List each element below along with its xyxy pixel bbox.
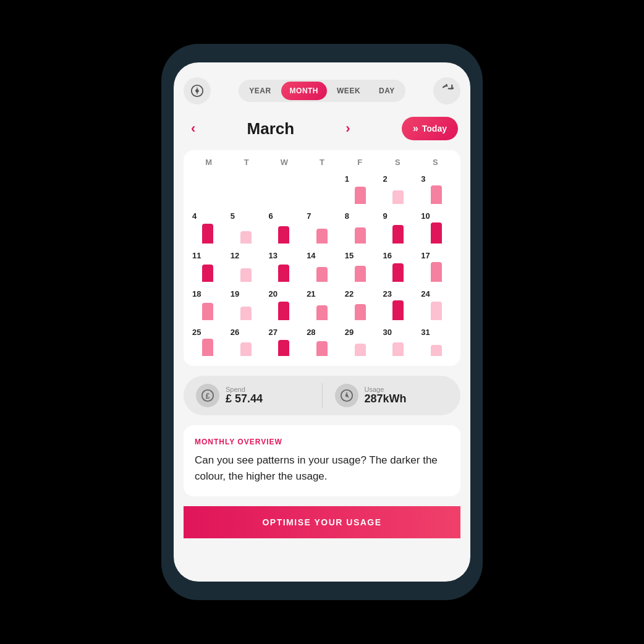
top-nav: YEAR MONTH WEEK DAY	[184, 77, 460, 104]
usage-bar-wrap	[420, 222, 453, 244]
usage-bar-wrap	[305, 222, 339, 244]
day-number: 16	[382, 251, 392, 260]
day-cell-1[interactable]: 1	[342, 172, 378, 206]
day-cell-28[interactable]: 28	[304, 325, 340, 358]
day-cell-26[interactable]: 26	[228, 325, 264, 358]
day-cell-7[interactable]: 7	[304, 209, 340, 246]
day-cell-22[interactable]: 22	[342, 287, 378, 323]
usage-bar	[355, 227, 366, 244]
usage-bar-wrap	[305, 300, 339, 320]
usage-icon	[335, 384, 358, 407]
day-cell-21[interactable]: 21	[304, 287, 340, 323]
tab-group: YEAR MONTH WEEK DAY	[239, 80, 405, 102]
day-cell-10[interactable]: 10	[418, 209, 454, 246]
day-cell-17[interactable]: 17	[418, 248, 454, 284]
day-cell-2[interactable]: 2	[381, 172, 417, 206]
tab-year[interactable]: YEAR	[240, 82, 279, 100]
tab-week[interactable]: WEEK	[328, 82, 369, 100]
day-cell-18[interactable]: 18	[190, 287, 226, 323]
usage-bar	[202, 339, 213, 356]
day-cell-30[interactable]: 30	[381, 325, 417, 358]
day-cell-11[interactable]: 11	[190, 248, 226, 284]
day-cell-4[interactable]: 4	[190, 209, 226, 246]
overview-section-label: MONTHLY OVERVIEW	[195, 438, 449, 446]
day-cell-9[interactable]: 9	[381, 209, 417, 246]
day-cell-13[interactable]: 13	[266, 248, 302, 284]
empty-cell	[228, 172, 264, 206]
prev-month-button[interactable]: ‹	[186, 118, 200, 139]
day-number: 17	[420, 251, 430, 260]
day-cell-5[interactable]: 5	[228, 209, 264, 246]
stats-bar: £ Spend £ 57.44 Usage	[184, 376, 460, 415]
day-number: 25	[191, 328, 201, 337]
usage-bar-wrap	[420, 339, 453, 356]
day-cell-25[interactable]: 25	[190, 325, 226, 358]
usage-bar	[202, 224, 213, 244]
usage-bar	[392, 300, 404, 320]
spend-text: Spend £ 57.44	[226, 386, 263, 405]
overview-card: MONTHLY OVERVIEW Can you see patterns in…	[184, 425, 460, 496]
today-icon: »	[413, 123, 418, 134]
usage-bar	[431, 262, 442, 282]
today-button[interactable]: » Today	[402, 117, 458, 140]
day-cell-8[interactable]: 8	[342, 209, 378, 246]
usage-bar-wrap	[229, 262, 263, 282]
day-cell-31[interactable]: 31	[418, 325, 454, 358]
day-number: 21	[305, 289, 315, 299]
usage-bar-wrap	[382, 262, 415, 282]
day-cell-24[interactable]: 24	[418, 287, 454, 323]
optimise-button[interactable]: OPTIMISE YOUR USAGE	[184, 506, 460, 538]
day-cell-27[interactable]: 27	[266, 325, 302, 358]
usage-bar	[278, 340, 289, 356]
day-number: 14	[305, 251, 315, 260]
refresh-button[interactable]	[433, 77, 460, 104]
day-number: 19	[229, 289, 239, 299]
spend-stat: £ Spend £ 57.44	[196, 384, 310, 407]
usage-bar	[316, 229, 328, 244]
usage-bar	[431, 185, 442, 204]
day-cell-20[interactable]: 20	[266, 287, 302, 323]
day-cell-6[interactable]: 6	[266, 209, 302, 246]
usage-bar	[202, 265, 213, 282]
day-cell-16[interactable]: 16	[381, 248, 417, 284]
empty-cell	[190, 172, 226, 206]
usage-bar	[392, 225, 404, 244]
usage-bar	[355, 187, 366, 204]
day-cell-14[interactable]: 14	[304, 248, 340, 284]
usage-bar-wrap	[420, 300, 453, 320]
next-month-button[interactable]: ›	[341, 118, 355, 139]
usage-bar-wrap	[191, 300, 224, 320]
tab-month[interactable]: MONTH	[281, 82, 328, 100]
dh-sat: S	[379, 158, 417, 167]
usage-bar-wrap	[344, 300, 377, 320]
usage-bar	[392, 342, 404, 356]
day-number: 18	[191, 289, 201, 299]
usage-bar	[278, 302, 289, 320]
tab-day[interactable]: DAY	[370, 82, 404, 100]
usage-bar	[202, 303, 213, 320]
day-cell-15[interactable]: 15	[342, 248, 378, 284]
day-cell-12[interactable]: 12	[228, 248, 264, 284]
usage-bar-wrap	[267, 222, 300, 244]
day-cell-23[interactable]: 23	[381, 287, 417, 323]
stat-divider	[322, 383, 323, 408]
usage-bar-wrap	[382, 339, 415, 356]
day-number: 12	[229, 251, 239, 260]
day-number: 1	[344, 174, 349, 184]
day-number: 8	[344, 211, 349, 221]
day-cell-19[interactable]: 19	[228, 287, 264, 323]
dh-tue: T	[227, 158, 265, 167]
day-number: 9	[382, 211, 388, 221]
day-number: 2	[382, 174, 388, 184]
lightning-button[interactable]	[184, 77, 211, 104]
usage-bar	[355, 304, 366, 320]
day-cell-3[interactable]: 3	[418, 172, 454, 206]
usage-value: 287kWh	[365, 393, 407, 405]
today-label: Today	[422, 124, 447, 133]
usage-bar-wrap	[305, 339, 339, 356]
usage-bar-wrap	[420, 262, 453, 282]
day-cell-29[interactable]: 29	[342, 325, 378, 358]
usage-bar-wrap	[229, 339, 263, 356]
usage-bar	[316, 341, 328, 356]
usage-bar-wrap	[229, 300, 263, 320]
